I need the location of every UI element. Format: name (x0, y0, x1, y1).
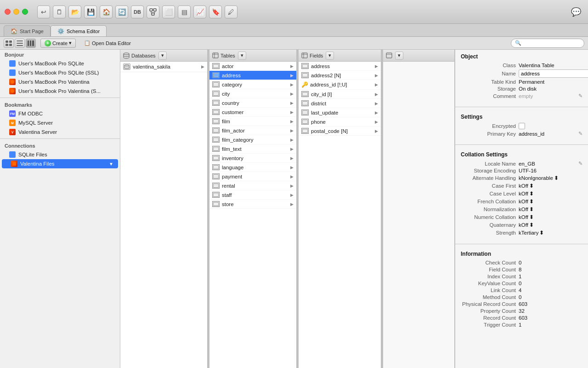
sidebar-item-mysql[interactable]: M MySQL Server (0, 118, 120, 127)
svg-point-16 (11, 62, 14, 65)
table-item-store[interactable]: store ▶ (209, 200, 296, 209)
table-item-film-category[interactable]: film_category ▶ (209, 135, 296, 144)
minimize-button[interactable] (13, 9, 19, 15)
create-button[interactable]: + Create ▾ (40, 39, 76, 48)
table-item-film-actor[interactable]: film_actor ▶ (209, 126, 296, 135)
preview-dropdown-btn[interactable]: ▾ (395, 52, 403, 60)
tab-schema-editor[interactable]: ⚙️ Schema Editor (51, 25, 107, 36)
new-file-icon[interactable]: 🗒 (53, 6, 66, 18)
schema-editor-tab-icon: ⚙️ (57, 28, 64, 34)
table-icon-inventory (212, 155, 220, 161)
encrypted-row: Encrypted (461, 123, 582, 129)
rect-icon[interactable]: ⬜ (162, 6, 175, 18)
columns-view-btn[interactable] (26, 39, 36, 48)
open-data-editor-button[interactable]: 📋 Open Data Editor (80, 39, 135, 48)
table-item-address[interactable]: address ▶ (209, 71, 296, 80)
table-item-rental[interactable]: rental ▶ (209, 181, 296, 190)
field-key-icon-address-id: 🔑 (301, 81, 308, 88)
sidebar-item-fmodb[interactable]: FM FM ODBC (0, 109, 120, 118)
grid-view-btn[interactable] (4, 39, 14, 48)
fields-label: Fields (310, 53, 323, 58)
table-item-payment[interactable]: payment ▶ (209, 172, 296, 181)
valentina-icon-0 (9, 79, 16, 85)
dropper-icon[interactable]: 🖊 (225, 6, 237, 18)
fields-panel-icon (301, 52, 308, 58)
name-input[interactable] (519, 69, 588, 78)
db-item-valentina-sakila[interactable]: valentina_sakila ▶ (120, 62, 207, 72)
field-chevron-last-update: ▶ (375, 110, 378, 115)
normalization-value: kOff ⬍ (519, 206, 582, 213)
search-icon: 🔍 (515, 40, 521, 46)
normalization-label: Normalization (461, 207, 516, 212)
primary-key-label: Primary Key (461, 131, 516, 137)
save-icon[interactable]: 💾 (84, 6, 97, 18)
field-chevron-city-id: ▶ (375, 92, 378, 97)
preview-panel-header: ▾ (383, 50, 454, 62)
home-icon[interactable]: 🏠 (100, 6, 113, 18)
field-item-district[interactable]: district ▶ (299, 99, 381, 108)
table-name-inventory: inventory (222, 155, 243, 161)
strength-label: Strength (461, 230, 516, 236)
terminal-icon[interactable]: ▤ (178, 6, 191, 18)
sidebar-item-bonjour-2[interactable]: User's MacBook Pro Valentina (0, 77, 120, 86)
table-item-country[interactable]: country ▶ (209, 98, 296, 108)
bookmark-icon[interactable]: 🔖 (209, 6, 222, 18)
sidebar-item-valentina-server[interactable]: V Valentina Server (0, 127, 120, 137)
chart-icon[interactable]: 📈 (193, 6, 206, 18)
locale-edit-icon[interactable]: ✎ (578, 161, 582, 167)
table-item-city[interactable]: city ▶ (209, 89, 296, 98)
close-button[interactable] (5, 9, 11, 15)
keyvalue-count-value: 0 (519, 281, 582, 286)
connections-section-header: Connections (0, 141, 120, 150)
titlebar: ↩ 🗒 📂 💾 🏠 🔄 DB ⬜ ▤ 📈 🔖 🖊 💬 (0, 0, 588, 24)
schema-icon[interactable] (147, 6, 159, 18)
preview-panel-content (383, 62, 454, 368)
table-name-actor: actor (222, 63, 234, 69)
tables-dropdown-btn[interactable]: ▾ (238, 52, 246, 60)
field-item-postal-code[interactable]: postal_code [N] ▶ (299, 126, 381, 136)
table-item-category[interactable]: category ▶ (209, 80, 296, 89)
locale-name-label: Locale Name (461, 161, 516, 167)
open-icon[interactable]: 📂 (68, 6, 81, 18)
back-icon[interactable]: ↩ (37, 6, 50, 18)
sidebar-label-bonjour-0: User's MacBook Pro SQLite (18, 61, 84, 66)
field-item-address2[interactable]: address2 [N] ▶ (299, 71, 381, 80)
list-view-btn[interactable] (15, 39, 25, 48)
sidebar-item-bonjour-3[interactable]: User's MacBook Pro Valentina (S... (0, 86, 120, 96)
table-item-film[interactable]: film ▶ (209, 117, 296, 126)
table-item-language[interactable]: language ▶ (209, 163, 296, 172)
tab-start-page[interactable]: 🏠 Start Page (4, 25, 51, 36)
encrypted-checkbox[interactable] (519, 123, 525, 129)
field-item-address-id[interactable]: 🔑 address_id [!;U] ▶ (299, 80, 381, 90)
table-item-film-text[interactable]: film_text ▶ (209, 144, 296, 154)
field-name-address: address (311, 63, 373, 69)
search-box[interactable]: 🔍 (511, 39, 584, 48)
table-item-customer[interactable]: customer ▶ (209, 108, 296, 117)
valentina-files-icon (11, 161, 17, 167)
maximize-button[interactable] (22, 9, 28, 15)
table-name-film-category: film_category (222, 137, 253, 143)
field-item-phone[interactable]: phone ▶ (299, 117, 381, 126)
field-chevron-address-id: ▶ (375, 82, 378, 87)
chat-icon[interactable]: 💬 (570, 6, 582, 18)
tables-panel: Tables ▾ actor ▶ address ▶ (209, 50, 297, 368)
sidebar-item-sqlite-files[interactable]: SQLite Files (0, 150, 120, 159)
sidebar-item-valentina-files[interactable]: Valentina Files ▼ (2, 159, 118, 168)
fields-dropdown-btn[interactable]: ▾ (326, 52, 334, 60)
database-icon[interactable]: DB (131, 6, 144, 18)
table-item-actor[interactable]: actor ▶ (209, 62, 296, 71)
check-count-label: Check Count (461, 260, 516, 265)
table-item-staff[interactable]: staff ▶ (209, 190, 296, 200)
databases-dropdown-btn[interactable]: ▾ (158, 52, 167, 60)
table-item-inventory[interactable]: inventory ▶ (209, 154, 296, 163)
method-count-label: Method Count (461, 294, 516, 300)
sidebar-item-bonjour-0[interactable]: User's MacBook Pro SQLite (0, 59, 120, 68)
primary-key-edit-icon[interactable]: ✎ (578, 131, 582, 137)
field-item-last-update[interactable]: last_update ▶ (299, 108, 381, 117)
comment-edit-icon[interactable]: ✎ (578, 93, 582, 99)
field-item-city-id[interactable]: city_id [I] ▶ (299, 90, 381, 99)
sidebar-item-bonjour-1[interactable]: User's MacBook Pro SQLite (SSL) (0, 68, 120, 77)
refresh-icon[interactable]: 🔄 (115, 6, 128, 18)
field-item-address[interactable]: address ▶ (299, 62, 381, 71)
main-layout: Bonjour User's MacBook Pro SQLite User's… (0, 50, 588, 368)
